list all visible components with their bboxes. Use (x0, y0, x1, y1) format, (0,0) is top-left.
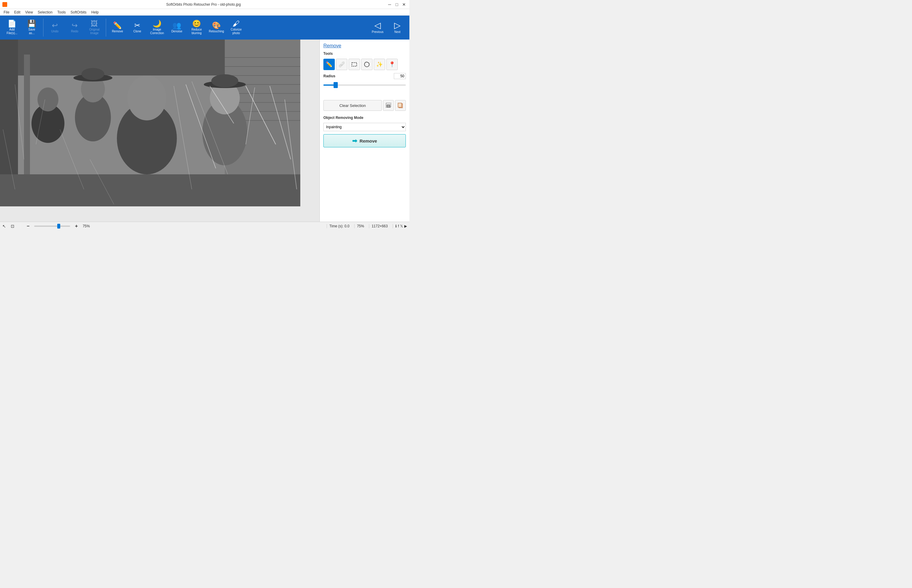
maximize-button[interactable]: □ (394, 2, 400, 8)
pencil-tool-button[interactable]: ✏️ (323, 59, 335, 70)
panel-title: Remove (323, 43, 406, 48)
mode-select[interactable]: Inpainting Content-Aware Fill Clone (323, 123, 406, 131)
window-title: SoftOrbits Photo Retoucher Pro - old-pho… (20, 2, 386, 6)
photo-container (0, 40, 320, 222)
original-image-icon: 🖼 (91, 20, 98, 27)
denoise-button[interactable]: 👥 Denoise (167, 17, 186, 38)
radius-row: Radius (323, 73, 406, 79)
next-button[interactable]: ▷ Next (388, 17, 407, 38)
denoise-label: Denoise (171, 30, 183, 33)
info-icon[interactable]: ℹ (395, 224, 397, 228)
colorize-button[interactable]: 🖌 Colorize photo (226, 17, 246, 38)
colorize-label: Colorize photo (231, 28, 242, 35)
youtube-icon[interactable]: ▶ (404, 224, 407, 228)
menu-edit[interactable]: Edit (12, 10, 23, 15)
next-label: Next (395, 30, 401, 34)
menu-help[interactable]: Help (89, 10, 101, 15)
original-image-button[interactable]: 🖼 Original Image (85, 17, 104, 38)
zoom-slider[interactable] (34, 226, 70, 227)
zoom-percent-2: 75% (357, 224, 364, 228)
save-as-button[interactable]: 💾 Save as... (22, 17, 41, 38)
right-panel: Remove Tools ✏️ 🩹 ✨ 📍 Radius (320, 40, 409, 222)
reduce-blurring-button[interactable]: 😊 Reduce blurring (187, 17, 206, 38)
image-dimensions: 1172×663 (372, 224, 388, 228)
menu-file[interactable]: File (1, 10, 12, 15)
svg-rect-13 (0, 174, 300, 207)
zoom-plus[interactable]: + (75, 223, 78, 229)
svg-point-15 (37, 87, 58, 111)
pointer-icon: ↖ (2, 224, 6, 229)
svg-point-19 (81, 68, 104, 80)
status-sep1 (20, 224, 21, 229)
radius-slider-container (323, 82, 406, 88)
colorize-icon: 🖌 (233, 20, 240, 27)
svg-rect-43 (398, 103, 402, 107)
magic-wand-tool-button[interactable]: ✨ (374, 59, 385, 70)
remove-button[interactable]: ➡ Remove (323, 134, 406, 147)
menu-softorbits[interactable]: SoftOrbits (68, 10, 89, 15)
social-icons: ℹ f 𝕏 ▶ (395, 224, 407, 228)
redo-button[interactable]: ↪ Redo (65, 17, 84, 38)
reduce-blurring-icon: 😊 (192, 20, 201, 27)
rect-select-tool-button[interactable] (349, 59, 360, 70)
retouching-icon: 🎨 (212, 22, 221, 29)
previous-button[interactable]: ◁ Previous (368, 17, 387, 38)
remove-tool-label: Remove (112, 30, 123, 33)
reduce-blurring-label: Reduce blurring (191, 28, 202, 35)
remove-tool-button[interactable]: ✏️ Remove (108, 17, 127, 38)
menu-tools[interactable]: Tools (55, 10, 68, 15)
close-button[interactable]: ✕ (401, 2, 407, 8)
save-as-label: Save as... (29, 28, 36, 35)
clone-button[interactable]: ✂ Clone (128, 17, 147, 38)
zoom-minus[interactable]: − (27, 223, 29, 229)
remove-button-label: Remove (360, 138, 377, 144)
clone-label: Clone (133, 30, 141, 33)
undo-icon: ↩ (52, 22, 58, 29)
svg-point-21 (128, 76, 167, 120)
add-files-icon: 📄 (8, 20, 16, 27)
radius-label: Radius (323, 74, 335, 78)
tools-section-label: Tools (323, 52, 406, 56)
eraser-tool-button[interactable]: 🩹 (336, 59, 348, 70)
time-section: Time (s): 0.0 (327, 224, 349, 228)
toolbar: 📄 Add File(s)... 💾 Save as... ↩ Undo ↪ R… (0, 16, 409, 40)
separator-1 (43, 19, 44, 37)
time-label: Time (s): 0.0 (329, 224, 349, 228)
canvas-area[interactable] (0, 40, 320, 222)
add-files-button[interactable]: 📄 Add File(s)... (2, 17, 22, 38)
main-area: Remove Tools ✏️ 🩹 ✨ 📍 Radius (0, 40, 409, 222)
minimize-button[interactable]: ─ (386, 2, 393, 8)
svg-point-25 (211, 74, 238, 87)
app-icon (2, 2, 7, 7)
retouching-button[interactable]: 🎨 Retouching (207, 17, 226, 38)
radius-input[interactable] (394, 73, 406, 79)
tools-row: ✏️ 🩹 ✨ 📍 (323, 59, 406, 70)
previous-label: Previous (372, 30, 383, 34)
image-correction-icon: 🌙 (152, 20, 162, 27)
remove-tool-icon: ✏️ (113, 22, 122, 29)
mode-label: Object Removing Mode (323, 116, 406, 120)
facebook-icon[interactable]: f (398, 224, 399, 228)
radius-slider-thumb[interactable] (333, 82, 338, 88)
lasso-tool-button[interactable] (361, 59, 372, 70)
redo-label: Redo (71, 30, 78, 33)
save-icon: 💾 (27, 20, 36, 27)
zoom-thumb[interactable] (57, 224, 60, 229)
photo-image (0, 40, 300, 207)
twitter-icon[interactable]: 𝕏 (400, 224, 403, 228)
image-correction-button[interactable]: 🌙 Image Correction (147, 17, 167, 38)
menu-bar: File Edit View Selection Tools SoftOrbit… (0, 9, 409, 16)
menu-view[interactable]: View (23, 10, 36, 15)
image-correction-label: Image Correction (150, 28, 164, 35)
save-selection-button[interactable] (383, 100, 394, 111)
menu-selection[interactable]: Selection (36, 10, 55, 15)
status-bar: ↖ ⊡ − + 75% Time (s): 0.0 75% 1172×663 ℹ… (0, 222, 409, 230)
zoom-section-2: 75% (354, 224, 364, 228)
clear-selection-button[interactable]: Clear Selection (323, 100, 382, 111)
stamp-tool-button[interactable]: 📍 (386, 59, 398, 70)
clone-icon: ✂ (134, 22, 140, 29)
retouching-label: Retouching (209, 30, 224, 33)
add-files-label: Add File(s)... (6, 28, 18, 35)
paste-selection-button[interactable] (395, 100, 406, 111)
undo-button[interactable]: ↩ Undo (45, 17, 65, 38)
